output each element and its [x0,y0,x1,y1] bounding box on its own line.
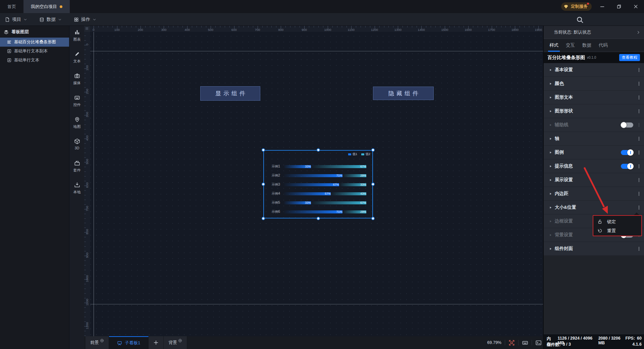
section-toggle[interactable] [621,150,633,155]
keyboard-icon[interactable] [522,340,528,346]
kebab-icon[interactable] [637,80,641,87]
menu-项目[interactable]: 项目 [5,13,27,26]
stacked-bar-chart-component[interactable]: 值1值2 示例133%67%示例271%29%示例367%33%示例457%43… [263,150,373,218]
toolbox-item-文本[interactable]: 文本 [69,51,85,64]
ruler-label: 1000 [322,28,333,32]
panel-tab-样式[interactable]: 样式 [549,39,558,52]
ruler-label: 300 [158,28,169,32]
section-大小&位置[interactable]: 大小&位置 [544,201,644,214]
kebab-icon[interactable] [637,135,641,142]
kit-icon [74,160,80,166]
resize-handle[interactable] [262,183,265,186]
show-component-button[interactable]: 显示组件 [200,86,260,101]
menu-数据[interactable]: 数据 [39,13,62,26]
add-board-button[interactable] [149,336,164,349]
kebab-icon[interactable] [637,121,641,129]
zoom-level[interactable]: 69.79% [487,340,501,345]
search-icon[interactable] [576,16,584,23]
project-tab[interactable]: 我的空白项目 [23,0,70,13]
toolbox-label: 套件 [69,168,85,173]
ruler-label: 1800 [509,28,521,32]
tutorial-button[interactable]: 查看教程 [619,54,640,61]
kebab-icon[interactable] [637,245,641,252]
kebab-icon[interactable] [637,190,641,197]
section-图形文本[interactable]: 图形文本 [544,91,644,104]
ruler-label: 1200 [369,28,380,32]
resize-handle[interactable] [371,148,375,152]
foreground-tab[interactable]: 前景 [86,336,109,349]
resize-handle[interactable] [262,217,265,220]
toolbox-item-套件[interactable]: 套件 [69,160,85,173]
ruler-corner [84,26,90,32]
chart-bar: 71%29% [284,174,366,177]
maximize-button[interactable] [611,0,627,13]
layers-sidebar: 看板图层 基础百分比堆叠条形图基础单行文本副本基础单行文本 [0,26,69,349]
resize-handle[interactable] [262,148,265,152]
layer-item[interactable]: 基础单行文本 [0,56,69,65]
custom-service-badge[interactable]: 定制服务 [561,2,592,11]
circle-plus-icon[interactable] [178,339,182,343]
panel-tab-代码[interactable]: 代码 [599,39,608,52]
section-组件封面[interactable]: 组件封面 [544,242,644,256]
layer-item-label: 基础单行文本 [14,57,39,63]
hide-component-button[interactable]: 隐藏组件 [373,87,434,100]
kebab-icon[interactable] [637,94,641,101]
layer-item[interactable]: 基础单行文本副本 [0,47,69,56]
kebab-icon[interactable] [637,177,641,184]
local-icon [74,182,80,188]
toolbox-label: 地图 [69,124,85,129]
minimize-button[interactable] [594,0,610,13]
resize-handle[interactable] [371,217,375,220]
terminal-icon[interactable] [535,340,542,346]
kebab-icon[interactable] [637,163,641,170]
project-tab[interactable]: 首页 [0,0,23,13]
section-提示信息[interactable]: 提示信息 [544,159,644,173]
context-menu-item-锁定[interactable]: 锁定 [593,217,641,226]
section-label: 颜色 [555,81,564,87]
chart-bar: 67%33% [284,183,366,186]
chart-category-label: 示例4 [263,191,280,196]
kebab-icon[interactable] [637,66,641,73]
new-tab-icon[interactable] [69,3,76,10]
resize-handle[interactable] [317,217,320,220]
resize-handle[interactable] [317,148,320,152]
menu-操作[interactable]: 操作 [74,13,96,26]
fit-screen-icon[interactable] [508,340,515,346]
section-图形形状[interactable]: 图形形状 [544,104,644,118]
kebab-icon[interactable] [637,149,641,156]
panel-tab-数据[interactable]: 数据 [582,39,591,52]
chevron-right-icon[interactable] [636,30,641,35]
kebab-icon[interactable] [637,108,641,115]
toolbox-item-3D[interactable]: 3D [69,138,85,150]
app-window: 首页我的空白项目 定制服务 项目数据操作 发布 预览 看板图层 基础百分比堆叠条… [0,0,644,349]
section-toggle[interactable] [621,164,633,169]
design-canvas[interactable]: 0100200300400500600700800900100011001200… [84,26,543,336]
toolbox-label: 3D [69,146,85,150]
section-展示设置[interactable]: 展示设置 [544,173,644,187]
resize-handle[interactable] [371,183,375,186]
circle-plus-icon[interactable] [100,339,104,343]
chart-value-label: 67% [360,201,366,204]
toolbox-item-控件[interactable]: 控件 [69,95,85,107]
section-基本设置[interactable]: 基本设置 [544,63,644,77]
section-辅助线[interactable]: 辅助线 [544,118,644,132]
section-内边距[interactable]: 内边距 [544,187,644,201]
section-图例[interactable]: 图例 [544,146,644,159]
toolbox-item-图表[interactable]: 图表 [69,29,85,42]
background-tab[interactable]: 背景 [164,336,187,349]
subboard-tab[interactable]: 子看板1 [109,336,149,349]
section-颜色[interactable]: 颜色 [544,77,644,91]
canvas-controls: 69.79% [487,336,542,349]
kebab-icon[interactable] [637,204,641,211]
toolbox-item-媒体[interactable]: 媒体 [69,73,85,86]
layer-item[interactable]: 基础百分比堆叠条形图 [0,38,69,47]
section-轴[interactable]: 轴 [544,132,644,146]
section-toggle[interactable] [621,122,633,128]
toolbox-item-地图[interactable]: 地图 [69,116,85,129]
toolbox-item-本地[interactable]: 本地 [69,182,85,195]
add-state-icon[interactable] [626,29,632,36]
context-menu-item-重置[interactable]: 重置 [593,226,641,235]
close-button[interactable] [628,0,643,13]
caret-right-icon [549,247,552,250]
panel-tab-交互[interactable]: 交互 [566,39,575,52]
